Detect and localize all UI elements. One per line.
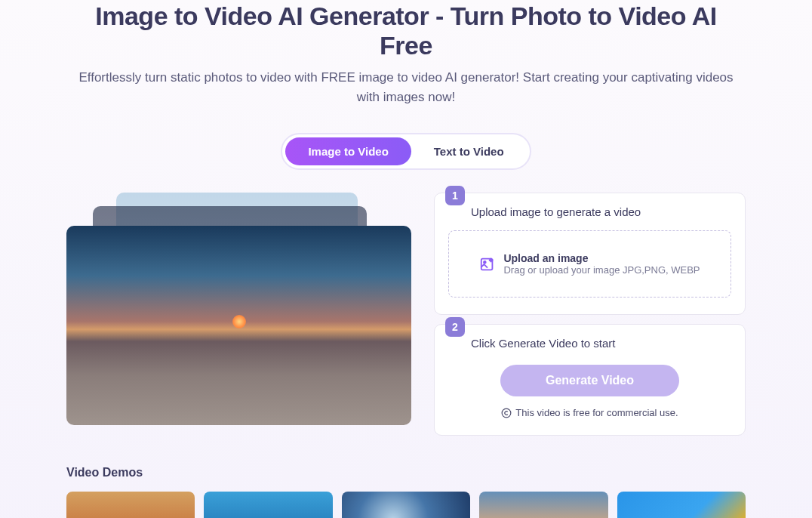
step-2-title: Click Generate Video to start [471, 337, 731, 350]
page-subtitle: Effortlessly turn static photos to video… [74, 68, 738, 106]
upload-dropzone[interactable]: Upload an image Drag or upload your imag… [448, 230, 731, 298]
demo-card-image[interactable]: Generate from image [479, 492, 607, 518]
tab-image-to-video[interactable]: Image to Video [285, 137, 411, 165]
demo-card-image[interactable]: Generate from image [617, 492, 746, 518]
generate-video-button[interactable]: Generate Video [500, 365, 679, 396]
upload-hint: Drag or upload your image JPG,PNG, WEBP [503, 264, 700, 276]
svg-point-2 [503, 409, 512, 418]
preview-image-stack [66, 193, 411, 425]
step-1-title: Upload image to generate a video [471, 205, 731, 218]
demos-title: Video Demos [66, 466, 746, 479]
page-title: Image to Video AI Generator - Turn Photo… [66, 2, 746, 60]
demo-thumb [479, 492, 607, 518]
upload-image-icon [479, 256, 496, 273]
demo-card-image[interactable]: Generate from image [342, 492, 470, 518]
demos-row: Generate from text Generate from image [66, 492, 746, 518]
upload-title: Upload an image [503, 252, 700, 264]
step-2-badge: 2 [445, 317, 465, 337]
step-1-badge: 1 [445, 186, 465, 205]
preview-image-front [66, 226, 411, 425]
demo-thumb [66, 492, 195, 518]
commercial-note: This video is free for commercial use. [448, 407, 731, 418]
demo-thumb [617, 492, 746, 518]
tab-text-to-video[interactable]: Text to Video [411, 137, 527, 165]
step-1-card: 1 Upload image to generate a video Uploa… [434, 193, 746, 315]
demo-card-text[interactable]: Generate from text [66, 492, 195, 518]
step-2-card: 2 Click Generate Video to start Generate… [434, 324, 746, 436]
demo-thumb [204, 492, 332, 518]
commercial-note-text: This video is free for commercial use. [515, 407, 678, 418]
copyright-icon [501, 408, 512, 418]
demo-thumb [342, 492, 470, 518]
demo-card-image[interactable]: Generate from image [204, 492, 332, 518]
mode-tabs: Image to Video Text to Video [281, 133, 531, 170]
svg-point-1 [484, 261, 486, 263]
